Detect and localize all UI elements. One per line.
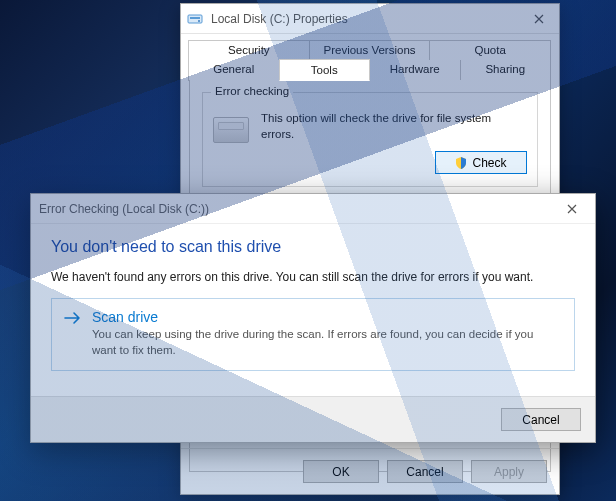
properties-footer: OK Cancel Apply: [181, 448, 559, 494]
tab-security[interactable]: Security: [188, 40, 310, 60]
dialog-message: We haven't found any errors on this driv…: [51, 270, 575, 284]
dialog-headline: You don't need to scan this drive: [51, 238, 575, 256]
svg-rect-1: [190, 17, 200, 19]
dialog-body: You don't need to scan this drive We hav…: [31, 224, 595, 371]
scan-drive-action[interactable]: Scan drive You can keep using the drive …: [51, 298, 575, 371]
error-checking-legend: Error checking: [211, 85, 293, 97]
scan-drive-description: You can keep using the drive during the …: [92, 327, 560, 358]
tab-row-2: General Tools Hardware Sharing: [189, 60, 551, 81]
apply-button[interactable]: Apply: [471, 460, 547, 483]
error-checking-dialog: Error Checking (Local Disk (C:)) You don…: [30, 193, 596, 443]
dialog-cancel-button[interactable]: Cancel: [501, 408, 581, 431]
scan-drive-title: Scan drive: [92, 309, 560, 325]
tabs-container: Security Previous Versions Quota General…: [181, 34, 559, 81]
tab-tools[interactable]: Tools: [279, 59, 371, 81]
close-icon: [567, 204, 577, 214]
error-checking-description: This option will check the drive for fil…: [261, 111, 527, 143]
dialog-title: Error Checking (Local Disk (C:)): [39, 202, 557, 216]
error-checking-group: Error checking This option will check th…: [202, 92, 538, 187]
tab-sharing[interactable]: Sharing: [460, 60, 552, 81]
cancel-button[interactable]: Cancel: [387, 460, 463, 483]
dialog-titlebar[interactable]: Error Checking (Local Disk (C:)): [31, 194, 595, 224]
ok-button[interactable]: OK: [303, 460, 379, 483]
arrow-right-icon: [64, 311, 82, 325]
drive-illustration-icon: [213, 117, 249, 143]
close-icon: [534, 14, 544, 24]
properties-close-button[interactable]: [525, 9, 553, 29]
check-button[interactable]: Check: [435, 151, 527, 174]
shield-icon: [455, 157, 467, 169]
drive-icon: [187, 11, 203, 27]
tab-previous-versions[interactable]: Previous Versions: [309, 40, 431, 60]
dialog-close-button[interactable]: [557, 198, 587, 220]
check-button-label: Check: [472, 156, 506, 170]
tab-row-1: Security Previous Versions Quota: [189, 40, 551, 60]
tab-general[interactable]: General: [188, 60, 280, 81]
tab-hardware[interactable]: Hardware: [369, 60, 461, 81]
properties-title: Local Disk (C:) Properties: [211, 12, 525, 26]
properties-titlebar[interactable]: Local Disk (C:) Properties: [181, 4, 559, 34]
dialog-footer: Cancel: [31, 396, 595, 442]
svg-point-2: [198, 20, 200, 22]
tab-quota[interactable]: Quota: [429, 40, 551, 60]
